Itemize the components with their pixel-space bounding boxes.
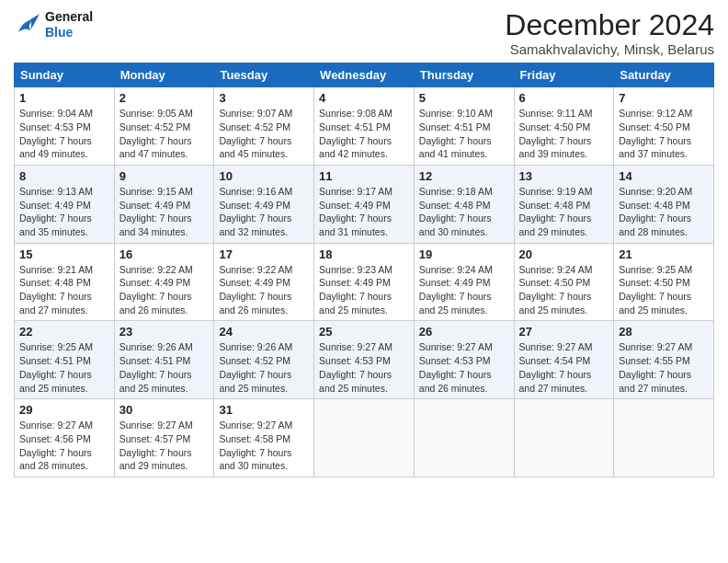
calendar-week-row: 15Sunrise: 9:21 AMSunset: 4:48 PMDayligh…: [15, 243, 714, 321]
calendar-cell: 5Sunrise: 9:10 AMSunset: 4:51 PMDaylight…: [414, 87, 514, 166]
sunrise-text: Sunrise: 9:27 AM: [619, 340, 709, 354]
day-detail: Sunrise: 9:27 AMSunset: 4:56 PMDaylight:…: [19, 419, 109, 473]
day-detail: Sunrise: 9:12 AMSunset: 4:50 PMDaylight:…: [619, 107, 709, 161]
day-detail: Sunrise: 9:21 AMSunset: 4:48 PMDaylight:…: [19, 263, 109, 317]
daylight-text: Daylight: 7 hours and 26 minutes.: [219, 290, 309, 316]
day-detail: Sunrise: 9:11 AMSunset: 4:50 PMDaylight:…: [519, 107, 609, 161]
calendar-cell: 27Sunrise: 9:27 AMSunset: 4:54 PMDayligh…: [514, 321, 614, 399]
day-detail: Sunrise: 9:27 AMSunset: 4:54 PMDaylight:…: [519, 340, 609, 395]
sunrise-text: Sunrise: 9:27 AM: [119, 419, 210, 432]
daylight-text: Daylight: 7 hours and 27 minutes.: [519, 368, 609, 395]
column-header-saturday: Saturday: [614, 63, 714, 87]
logo-bird-icon: [14, 12, 41, 38]
day-detail: Sunrise: 9:25 AMSunset: 4:50 PMDaylight:…: [619, 263, 709, 317]
sunset-text: Sunset: 4:54 PM: [519, 354, 609, 368]
daylight-text: Daylight: 7 hours and 25 minutes.: [219, 368, 309, 395]
day-number: 16: [119, 247, 210, 261]
day-detail: Sunrise: 9:26 AMSunset: 4:52 PMDaylight:…: [219, 340, 309, 395]
day-number: 29: [19, 403, 109, 417]
day-number: 26: [419, 325, 509, 339]
daylight-text: Daylight: 7 hours and 28 minutes.: [19, 446, 109, 473]
sunrise-text: Sunrise: 9:07 AM: [219, 107, 309, 121]
calendar-week-row: 29Sunrise: 9:27 AMSunset: 4:56 PMDayligh…: [15, 399, 714, 477]
sunset-text: Sunset: 4:48 PM: [19, 276, 109, 290]
daylight-text: Daylight: 7 hours and 29 minutes.: [519, 212, 609, 238]
day-number: 25: [319, 325, 409, 339]
day-detail: Sunrise: 9:27 AMSunset: 4:55 PMDaylight:…: [619, 340, 709, 395]
daylight-text: Daylight: 7 hours and 25 minutes.: [119, 368, 210, 395]
day-detail: Sunrise: 9:19 AMSunset: 4:48 PMDaylight:…: [519, 185, 609, 239]
day-detail: Sunrise: 9:22 AMSunset: 4:49 PMDaylight:…: [119, 263, 210, 317]
calendar-cell: 31Sunrise: 9:27 AMSunset: 4:58 PMDayligh…: [214, 399, 314, 477]
calendar-cell: 12Sunrise: 9:18 AMSunset: 4:48 PMDayligh…: [414, 165, 514, 243]
sunrise-text: Sunrise: 9:25 AM: [19, 340, 109, 354]
sunrise-text: Sunrise: 9:27 AM: [19, 419, 109, 432]
calendar-cell: 23Sunrise: 9:26 AMSunset: 4:51 PMDayligh…: [114, 321, 214, 399]
calendar-cell: [614, 399, 714, 477]
calendar-week-row: 8Sunrise: 9:13 AMSunset: 4:49 PMDaylight…: [15, 165, 714, 243]
day-detail: Sunrise: 9:26 AMSunset: 4:51 PMDaylight:…: [119, 340, 210, 395]
sunset-text: Sunset: 4:51 PM: [19, 354, 109, 368]
sunrise-text: Sunrise: 9:22 AM: [119, 263, 210, 277]
sunset-text: Sunset: 4:48 PM: [419, 199, 509, 213]
daylight-text: Daylight: 7 hours and 27 minutes.: [19, 290, 109, 316]
sunset-text: Sunset: 4:50 PM: [619, 121, 709, 134]
daylight-text: Daylight: 7 hours and 25 minutes.: [19, 368, 109, 395]
calendar-cell: 29Sunrise: 9:27 AMSunset: 4:56 PMDayligh…: [15, 399, 115, 477]
daylight-text: Daylight: 7 hours and 31 minutes.: [319, 212, 409, 238]
location-subtitle: Samakhvalavichy, Minsk, Belarus: [505, 41, 714, 57]
day-number: 15: [19, 247, 109, 261]
calendar-cell: 16Sunrise: 9:22 AMSunset: 4:49 PMDayligh…: [114, 243, 214, 321]
calendar-cell: 13Sunrise: 9:19 AMSunset: 4:48 PMDayligh…: [514, 165, 614, 243]
day-number: 11: [319, 169, 409, 183]
day-detail: Sunrise: 9:27 AMSunset: 4:58 PMDaylight:…: [219, 419, 309, 473]
day-number: 21: [619, 247, 709, 261]
sunset-text: Sunset: 4:49 PM: [119, 199, 210, 213]
calendar-cell: 30Sunrise: 9:27 AMSunset: 4:57 PMDayligh…: [114, 399, 214, 477]
day-number: 13: [519, 169, 609, 183]
day-number: 24: [219, 325, 309, 339]
day-detail: Sunrise: 9:13 AMSunset: 4:49 PMDaylight:…: [19, 185, 109, 239]
day-number: 1: [19, 91, 109, 105]
sunrise-text: Sunrise: 9:05 AM: [119, 107, 210, 121]
calendar-cell: 1Sunrise: 9:04 AMSunset: 4:53 PMDaylight…: [15, 87, 115, 166]
calendar-cell: 2Sunrise: 9:05 AMSunset: 4:52 PMDaylight…: [114, 87, 214, 166]
daylight-text: Daylight: 7 hours and 49 minutes.: [19, 134, 109, 161]
calendar-cell: 22Sunrise: 9:25 AMSunset: 4:51 PMDayligh…: [15, 321, 115, 399]
daylight-text: Daylight: 7 hours and 25 minutes.: [519, 290, 609, 316]
calendar-cell: [314, 399, 415, 477]
daylight-text: Daylight: 7 hours and 30 minutes.: [219, 446, 309, 473]
day-number: 17: [219, 247, 309, 261]
sunset-text: Sunset: 4:48 PM: [519, 199, 609, 213]
daylight-text: Daylight: 7 hours and 47 minutes.: [119, 134, 210, 161]
calendar-cell: 3Sunrise: 9:07 AMSunset: 4:52 PMDaylight…: [214, 87, 314, 166]
sunset-text: Sunset: 4:58 PM: [219, 432, 309, 446]
calendar-cell: 21Sunrise: 9:25 AMSunset: 4:50 PMDayligh…: [614, 243, 714, 321]
day-detail: Sunrise: 9:15 AMSunset: 4:49 PMDaylight:…: [119, 185, 210, 239]
sunrise-text: Sunrise: 9:15 AM: [119, 185, 210, 199]
column-header-wednesday: Wednesday: [314, 63, 415, 87]
calendar-cell: 7Sunrise: 9:12 AMSunset: 4:50 PMDaylight…: [614, 87, 714, 166]
sunset-text: Sunset: 4:55 PM: [619, 354, 709, 368]
day-number: 31: [219, 403, 309, 417]
sunrise-text: Sunrise: 9:23 AM: [319, 263, 409, 277]
day-number: 19: [419, 247, 509, 261]
sunset-text: Sunset: 4:50 PM: [519, 121, 609, 134]
calendar-cell: 19Sunrise: 9:24 AMSunset: 4:49 PMDayligh…: [414, 243, 514, 321]
sunrise-text: Sunrise: 9:27 AM: [319, 340, 409, 354]
calendar-week-row: 22Sunrise: 9:25 AMSunset: 4:51 PMDayligh…: [15, 321, 714, 399]
day-number: 18: [319, 247, 409, 261]
calendar-cell: 8Sunrise: 9:13 AMSunset: 4:49 PMDaylight…: [15, 165, 115, 243]
day-number: 5: [419, 91, 509, 105]
column-header-monday: Monday: [114, 63, 214, 87]
calendar-cell: 15Sunrise: 9:21 AMSunset: 4:48 PMDayligh…: [15, 243, 115, 321]
daylight-text: Daylight: 7 hours and 45 minutes.: [219, 134, 309, 161]
calendar-week-row: 1Sunrise: 9:04 AMSunset: 4:53 PMDaylight…: [15, 87, 714, 166]
sunset-text: Sunset: 4:49 PM: [119, 276, 210, 290]
month-title: December 2024: [505, 9, 714, 41]
day-number: 10: [219, 169, 309, 183]
daylight-text: Daylight: 7 hours and 26 minutes.: [419, 368, 509, 395]
sunset-text: Sunset: 4:53 PM: [19, 121, 109, 134]
daylight-text: Daylight: 7 hours and 29 minutes.: [119, 446, 210, 473]
sunrise-text: Sunrise: 9:20 AM: [619, 185, 709, 199]
